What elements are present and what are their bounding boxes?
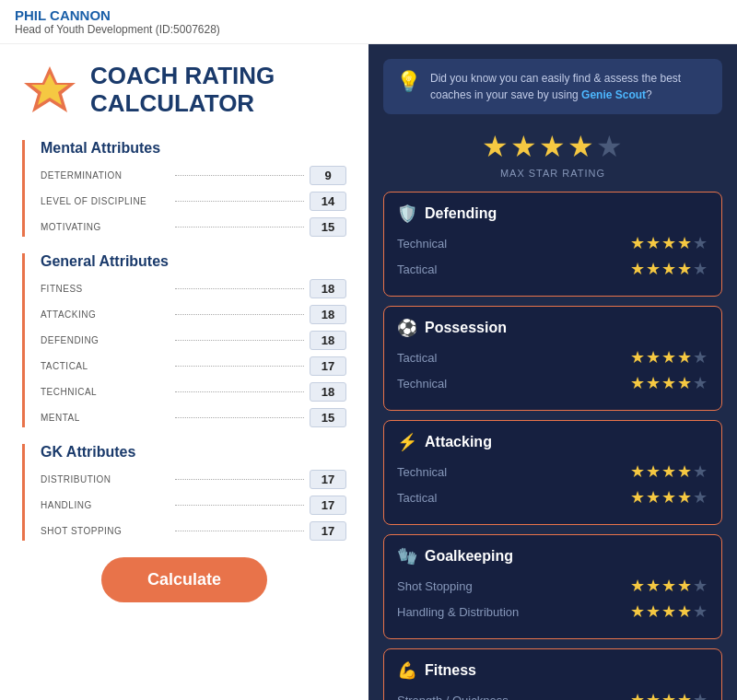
goalkeeping-card-header: 🧤 Goalkeeping [397,546,708,566]
fitness-card: 💪 Fitness Strength / Quickness ★★★★★ [383,648,722,700]
attacking-tactical-label: Tactical [397,491,437,505]
gk-attributes-section: GK Attributes DISTRIBUTION 17 HANDLING 1… [22,444,346,541]
section-border-gk [22,444,25,541]
section-border-general [22,253,25,427]
defending-card-title: Defending [425,205,497,222]
determination-row: DETERMINATION 9 [41,166,346,185]
attacking-technical-row: Technical ★★★★★ [397,461,708,482]
general-section-title: General Attributes [41,253,346,270]
discipline-value[interactable]: 14 [310,192,346,211]
defending-tactical-row: Tactical ★★★★★ [397,259,708,279]
possession-icon: ⚽ [397,318,417,338]
left-panel: COACH RATING CALCULATOR Mental Attribute… [0,44,368,700]
possession-technical-stars: ★★★★★ [630,373,708,393]
motivating-label: MOTIVATING [41,222,170,232]
strength-quickness-label: Strength / Quickness [397,694,509,701]
mental-label: MENTAL [41,413,170,423]
tip-box: 💡 Did you know you can easily find & ass… [383,59,722,114]
shot-stopping-value[interactable]: 17 [310,521,346,541]
distribution-row: DISTRIBUTION 17 [41,470,346,489]
determination-label: DETERMINATION [41,170,170,181]
attacking-technical-label: Technical [397,465,447,479]
attacking-card: ⚡ Attacking Technical ★★★★★ Tactical ★★★… [383,420,722,525]
gk-section-title: GK Attributes [41,444,346,461]
defending-technical-stars: ★★★★★ [630,233,708,253]
handling-row: HANDLING 17 [41,496,346,515]
attacking-tactical-row: Tactical ★★★★★ [397,487,708,508]
defending-card: 🛡️ Defending Technical ★★★★★ Tactical ★★… [383,192,722,297]
coach-role: Head of Youth Development (ID:5007628) [15,23,722,36]
shot-stopping-card-row: Shot Stopping ★★★★★ [397,576,708,596]
possession-card-header: ⚽ Possession [397,318,708,338]
genie-scout-link[interactable]: Genie Scout [581,88,646,101]
discipline-row: LEVEL OF DISCIPLINE 14 [41,192,346,211]
attacking-value[interactable]: 18 [310,305,346,324]
possession-tactical-row: Tactical ★★★★★ [397,347,708,368]
tip-text: Did you know you can easily find & asses… [430,70,709,103]
mental-value[interactable]: 15 [310,408,346,427]
technical-label: TECHNICAL [41,387,170,397]
handling-distribution-stars: ★★★★★ [630,601,708,622]
possession-card-title: Possession [425,320,507,336]
max-star-label: MAX STAR RATING [383,168,722,179]
mental-attributes-section: Mental Attributes DETERMINATION 9 LEVEL … [22,140,346,237]
handling-value[interactable]: 17 [310,496,346,515]
possession-tactical-stars: ★★★★★ [630,347,708,368]
goalkeeping-card-title: Goalkeeping [425,548,513,565]
distribution-value[interactable]: 17 [310,470,346,489]
attacking-card-header: ⚡ Attacking [397,432,708,452]
fitness-value[interactable]: 18 [310,279,346,298]
section-border [22,140,25,237]
coach-name: PHIL CANNON [15,7,722,23]
defending-tactical-label: Tactical [397,262,437,276]
handling-distribution-label: Handling & Distribution [397,605,519,619]
defending-tactical-stars: ★★★★★ [630,259,708,279]
attacking-icon: ⚡ [397,432,417,452]
logo-area: COACH RATING CALCULATOR [22,63,346,118]
defending-value[interactable]: 18 [310,331,346,350]
defending-technical-row: Technical ★★★★★ [397,233,708,253]
stars-area: ★★★★★ MAX STAR RATING [383,129,722,179]
motivating-value[interactable]: 15 [310,217,346,237]
discipline-dots [175,201,304,202]
goalkeeping-icon: 🧤 [397,546,417,566]
general-attributes-section: General Attributes FITNESS 18 ATTACKING … [22,253,346,427]
defending-icon: 🛡️ [397,204,417,224]
shot-stopping-label: SHOT STOPPING [41,526,170,536]
motivating-dots [175,227,304,228]
defending-card-header: 🛡️ Defending [397,204,708,224]
tip-icon: 💡 [396,70,421,94]
strength-quickness-row: Strength / Quickness ★★★★★ [397,690,708,700]
possession-card: ⚽ Possession Tactical ★★★★★ Technical ★★… [383,306,722,411]
handling-label: HANDLING [41,500,170,510]
attacking-tactical-stars: ★★★★★ [630,487,708,508]
defending-label: DEFENDING [41,335,170,345]
right-panel: 💡 Did you know you can easily find & ass… [368,44,737,700]
shot-stopping-row: SHOT STOPPING 17 [41,521,346,541]
fitness-label: FITNESS [41,284,170,294]
technical-value[interactable]: 18 [310,382,346,402]
tactical-row: TACTICAL 17 [41,356,346,376]
attacking-technical-stars: ★★★★★ [630,461,708,482]
attacking-label: ATTACKING [41,309,170,320]
shot-stopping-card-stars: ★★★★★ [630,576,708,596]
attacking-card-title: Attacking [425,434,492,450]
handling-distribution-row: Handling & Distribution ★★★★★ [397,601,708,622]
calculate-button[interactable]: Calculate [101,557,267,602]
logo-text: COACH RATING CALCULATOR [90,63,275,118]
main-content: COACH RATING CALCULATOR Mental Attribute… [0,44,737,700]
discipline-label: LEVEL OF DISCIPLINE [41,196,170,206]
mental-section-title: Mental Attributes [41,140,346,157]
motivating-row: MOTIVATING 15 [41,217,346,237]
tactical-value[interactable]: 17 [310,356,346,376]
attacking-row: ATTACKING 18 [41,305,346,324]
fitness-icon: 💪 [397,660,417,681]
star-rating-display: ★★★★★ [383,129,722,164]
mental-row: MENTAL 15 [41,408,346,427]
fitness-row: FITNESS 18 [41,279,346,298]
page-header: PHIL CANNON Head of Youth Development (I… [0,0,737,44]
shot-stopping-card-label: Shot Stopping [397,579,473,593]
defending-row: DEFENDING 18 [41,331,346,350]
determination-value[interactable]: 9 [310,166,346,185]
possession-technical-label: Technical [397,377,447,391]
